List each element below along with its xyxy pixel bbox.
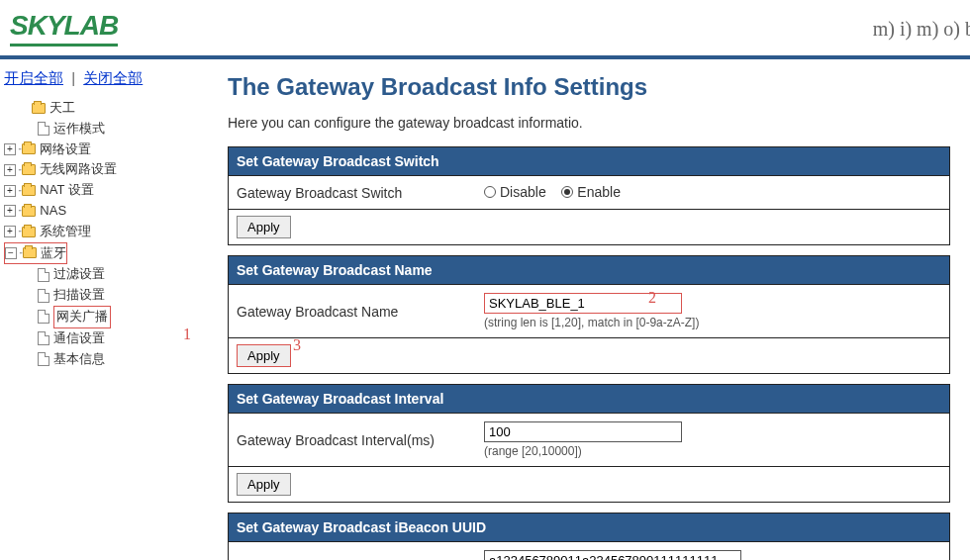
section-body-interval: Gateway Broadcast Interval(ms) (range [2… [228, 414, 950, 467]
tree-item-operation-mode[interactable]: 运作模式 [4, 119, 194, 140]
tree-item-bluetooth[interactable]: − ··· 蓝牙 [4, 242, 67, 265]
file-icon [38, 310, 49, 324]
file-icon [38, 331, 49, 345]
file-icon [38, 352, 49, 366]
app-header: SKYLAB m) i) m) o) b [0, 0, 970, 59]
tree-item-broadcast[interactable]: 网关广播 [4, 306, 194, 328]
section-body-name: Gateway Broadcast Name (string len is [1… [228, 285, 950, 338]
tree-item-system[interactable]: + ··· 系统管理 [4, 222, 194, 242]
radio-icon [484, 186, 496, 198]
hint-interval: (range [20,10000]) [484, 444, 941, 458]
expand-icon[interactable]: + [4, 226, 16, 237]
collapse-icon[interactable]: − [5, 247, 17, 259]
close-all-link[interactable]: 关闭全部 [83, 69, 143, 86]
tree-item-scan[interactable]: 扫描设置 [4, 285, 194, 306]
file-icon [38, 289, 49, 303]
tree-item-filter[interactable]: 过滤设置 [4, 264, 194, 285]
tree-item-tiangong[interactable]: 天工 [4, 98, 194, 119]
apply-button-interval[interactable]: Apply [237, 473, 291, 496]
expand-icon[interactable]: + [4, 164, 16, 176]
separator: | [71, 69, 75, 86]
annotation-3: 3 [293, 336, 301, 354]
tree-controls: 开启全部 | 关闭全部 [4, 69, 194, 88]
tree-item-wireless[interactable]: + ··· 无线网路设置 [4, 159, 194, 180]
expand-icon[interactable]: + [4, 205, 16, 217]
logo-text: SKYLAB [10, 10, 118, 42]
annotation-1: 1 [183, 326, 191, 343]
logo-block: SKYLAB [10, 10, 118, 47]
file-icon [38, 122, 49, 136]
folder-icon [22, 143, 36, 154]
folder-icon [23, 247, 37, 258]
expand-icon[interactable]: + [4, 185, 16, 197]
tree-item-nat[interactable]: + ··· NAT 设置 [4, 180, 194, 201]
hint-name: (string len is [1,20], match in [0-9a-zA… [484, 316, 941, 329]
label-interval: Gateway Broadcast Interval(ms) [237, 432, 484, 448]
section-header-switch: Set Gateway Broadcast Switch [228, 146, 950, 176]
tree-item-comm[interactable]: 通信设置 [4, 328, 194, 349]
radio-disable[interactable]: Disable [484, 184, 546, 200]
logo-underline [10, 44, 118, 47]
radio-icon-checked [561, 186, 573, 198]
label-name: Gateway Broadcast Name [237, 304, 484, 320]
apply-button-name[interactable]: Apply [237, 344, 291, 367]
main-content: The Gateway Broadcast Info Settings Here… [198, 59, 970, 560]
apply-row-switch: Apply [228, 210, 950, 245]
annotation-2: 2 [648, 289, 656, 307]
section-header-uuid: Set Gateway Broadcast iBeacon UUID [228, 513, 950, 542]
tree-item-network[interactable]: + ··· 网络设置 [4, 140, 194, 160]
folder-icon [32, 103, 46, 114]
folder-icon [22, 206, 36, 217]
mimo-text: m) i) m) o) b [873, 18, 970, 41]
apply-row-interval: Apply [228, 467, 950, 503]
page-title: The Gateway Broadcast Info Settings [228, 73, 950, 101]
section-header-interval: Set Gateway Broadcast Interval [228, 384, 950, 414]
uuid-input[interactable] [484, 550, 741, 560]
file-icon [38, 268, 49, 282]
apply-row-name: Apply [228, 338, 950, 374]
folder-icon [22, 185, 36, 196]
folder-icon [22, 164, 36, 175]
open-all-link[interactable]: 开启全部 [4, 69, 63, 86]
page-subtitle: Here you can configure the gateway broad… [228, 115, 950, 131]
interval-input[interactable] [484, 421, 682, 442]
section-body-uuid: Gateway Broadcast iBeacon UUID (string l… [228, 542, 950, 560]
nav-tree: 天工 运作模式 + ··· 网络设置 + ··· 无线网路设置 + ··· NA… [4, 98, 194, 369]
section-header-name: Set Gateway Broadcast Name [228, 255, 950, 285]
tree-item-nas[interactable]: + ··· NAS [4, 201, 194, 222]
section-body-switch: Gateway Broadcast Switch Disable Enable [228, 176, 950, 210]
folder-icon [22, 227, 36, 237]
tree-item-info[interactable]: 基本信息 [4, 349, 194, 370]
apply-button-switch[interactable]: Apply [237, 216, 291, 238]
sidebar: 开启全部 | 关闭全部 天工 运作模式 + ··· 网络设置 + ··· 无线网… [0, 59, 198, 560]
radio-enable[interactable]: Enable [561, 184, 621, 200]
expand-icon[interactable]: + [4, 143, 16, 155]
label-switch: Gateway Broadcast Switch [237, 185, 484, 201]
